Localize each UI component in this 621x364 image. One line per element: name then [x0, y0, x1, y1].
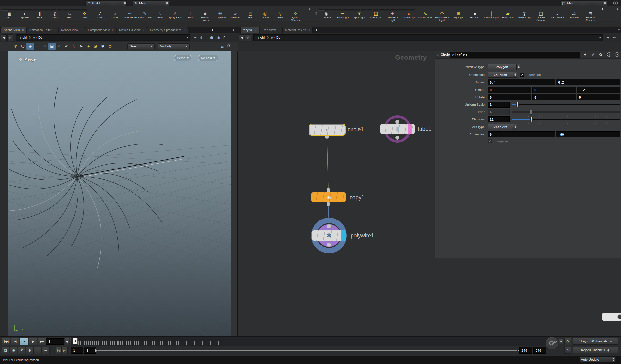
- center-x-field[interactable]: 0: [488, 87, 531, 93]
- playback-range-slider[interactable]: [98, 350, 517, 351]
- primitive-type-dropdown[interactable]: Polygon: [488, 64, 516, 70]
- shelf-tool[interactable]: ▮ Tube: [32, 11, 47, 19]
- rotate-z-field[interactable]: 0: [577, 94, 620, 100]
- snapshot-cube-icon[interactable]: ⬢: [210, 35, 213, 40]
- shelf-add-tab-button[interactable]: +: [254, 7, 260, 11]
- range-start-handle[interactable]: [95, 349, 98, 353]
- rotate-y-field[interactable]: 0: [532, 94, 576, 100]
- shelf-tool[interactable]: ✐ Spray Paint: [168, 11, 183, 19]
- shelf-tool[interactable]: ● GI Light: [466, 11, 483, 19]
- transport-button[interactable]: |◀◀: [2, 338, 10, 345]
- orientation-spinner[interactable]: [513, 72, 517, 78]
- pane-add-tab-button[interactable]: +: [209, 27, 216, 33]
- range-end2-field[interactable]: 240: [533, 347, 546, 354]
- pane-tab-close-icon[interactable]: ×: [184, 28, 185, 32]
- divisions-field[interactable]: 12: [488, 116, 510, 122]
- viewport-toolbar-icon[interactable]: ◈: [26, 43, 34, 50]
- shelf-tool[interactable]: ◉ Camera: [318, 11, 335, 19]
- viewport-toolbar-icon[interactable]: ◦: [34, 43, 41, 50]
- pane-maximize-icon[interactable]: ▪: [614, 28, 615, 32]
- auto-update-dropdown[interactable]: Auto Update: [580, 357, 616, 362]
- menu-item[interactable]: [261, 45, 266, 47]
- viewport-toolbar-icon[interactable]: ♔: [106, 43, 114, 50]
- transport-button[interactable]: ▶: [29, 338, 37, 345]
- center-y-field[interactable]: 0: [532, 87, 576, 93]
- path-dropdown-icon[interactable]: ▾: [599, 36, 601, 39]
- arc-type-dropdown[interactable]: Open Arc: [488, 124, 513, 130]
- arc-type-spinner[interactable]: [513, 124, 517, 130]
- arc-angles-end-field[interactable]: -90: [556, 131, 620, 138]
- menu-item[interactable]: [13, 2, 18, 4]
- pane-tab[interactable]: Motion FX View ×: [117, 27, 147, 33]
- viewport-toolbar-icon[interactable]: ❋: [12, 43, 19, 50]
- viewport-toolbar-icon[interactable]: ◉: [92, 43, 99, 50]
- shelf-tool[interactable]: ▰ Portal Light: [500, 11, 516, 19]
- timeline-option-icon[interactable]: ⌗: [34, 347, 41, 354]
- help-icon[interactable]: ?: [227, 44, 231, 48]
- range-end-field[interactable]: 240: [519, 347, 532, 354]
- viewport-toolbar-icon[interactable]: ╲: [70, 43, 77, 50]
- shelf-tool[interactable]: ✎ Draw Curve: [138, 11, 153, 19]
- node-name-field[interactable]: circle1: [450, 52, 580, 58]
- scene-viewport[interactable]: ❖ Merge Persp No cam z x: [8, 51, 231, 336]
- pane-maximize-icon[interactable]: ▪: [228, 28, 229, 32]
- pin-icon[interactable]: ➟: [606, 35, 610, 40]
- pane-tab-close-icon[interactable]: ×: [255, 28, 257, 32]
- viewport-toolbar-icon[interactable]: ⬡: [19, 43, 26, 50]
- shelf-tool[interactable]: ✦ Geometry Light: [384, 11, 400, 22]
- reverse-checkbox[interactable]: ✓: [520, 73, 524, 77]
- transport-button[interactable]: ◀: [11, 338, 19, 345]
- timeline-option-icon[interactable]: ◉: [10, 347, 17, 354]
- prev-key-button[interactable]: |◀: [56, 347, 62, 354]
- viewport-toolbar-icon[interactable]: ◈: [85, 43, 92, 50]
- shelf-tool[interactable]: ╱ Line: [92, 11, 107, 19]
- divisions-slider[interactable]: [512, 119, 620, 120]
- menu-item[interactable]: [256, 45, 261, 47]
- pane-tab[interactable]: Tree View ×: [259, 27, 282, 33]
- node-polywire1[interactable]: ✱: [312, 230, 346, 241]
- pane-tab[interactable]: Render View ×: [58, 27, 85, 33]
- desktop-spinner[interactable]: [122, 1, 126, 6]
- pane-tab-close-icon[interactable]: ×: [308, 28, 310, 32]
- timeline-option-icon[interactable]: ↶: [18, 347, 25, 354]
- playhead-flag[interactable]: 1: [73, 338, 78, 344]
- range-start2-field[interactable]: 1: [84, 347, 96, 354]
- primitive-type-spinner[interactable]: [516, 64, 520, 70]
- help-icon[interactable]: ?: [615, 52, 619, 57]
- pane-tab-close-icon[interactable]: ×: [142, 28, 144, 32]
- forward-button[interactable]: ▶: [7, 35, 13, 41]
- shelf-tool[interactable]: ∞ Metaball: [228, 11, 243, 19]
- camera-menu-pill[interactable]: No cam: [198, 55, 219, 61]
- shelf-tool[interactable]: ▱ Grid: [62, 11, 77, 19]
- display-figure-icon[interactable]: ◉: [217, 35, 220, 40]
- pane-add-tab-button[interactable]: +: [313, 27, 320, 33]
- path-dropdown-icon[interactable]: ▾: [187, 36, 188, 39]
- shelf-tool[interactable]: @ Spiral: [258, 11, 273, 19]
- pane-tab[interactable]: Animation Editor ×: [27, 27, 58, 33]
- imperfect-checkbox[interactable]: ✓: [488, 139, 492, 143]
- menu-item[interactable]: [246, 45, 251, 47]
- keyed-channels-icon[interactable]: ⟳: [564, 338, 571, 345]
- window-spinner[interactable]: [603, 1, 607, 6]
- shelf-tool[interactable]: ▼ Spot Light: [351, 11, 368, 19]
- visibility-dropdown[interactable]: Visibility: [158, 43, 190, 49]
- menu-item[interactable]: [251, 45, 256, 47]
- shelf-tool[interactable]: ◆ Platonic Solids: [198, 11, 213, 22]
- pane-menu-icon[interactable]: ▾: [618, 28, 620, 32]
- forward-button[interactable]: ▶: [245, 35, 251, 41]
- slider-handle[interactable]: [531, 117, 533, 122]
- transport-button[interactable]: ▶▶|: [38, 338, 46, 345]
- pane-tab[interactable]: Scene View ×: [1, 27, 26, 33]
- shelf-overflow-icon[interactable]: ▾: [617, 7, 618, 11]
- pin-icon[interactable]: ➟: [194, 35, 197, 40]
- white-panel-icon[interactable]: ▯: [223, 35, 225, 40]
- path-breadcrumb[interactable]: ▤ obj ❯ ◆ ● DL ▾: [253, 35, 603, 41]
- auto-update-spinner[interactable]: [612, 357, 615, 362]
- shelf-tool[interactable]: ⌠ Caustic Light: [483, 11, 500, 19]
- pane-tab-close-icon[interactable]: ×: [22, 28, 24, 32]
- viewport-toolbar-icon[interactable]: ◌: [56, 43, 63, 50]
- shelf-tool[interactable]: ◎ Torus: [47, 11, 62, 19]
- shelf-tool[interactable]: ▣ Box: [2, 11, 17, 19]
- shelf-tool[interactable]: ◫ Stereo Camera: [533, 11, 549, 22]
- perspective-menu-pill[interactable]: Persp: [174, 55, 192, 61]
